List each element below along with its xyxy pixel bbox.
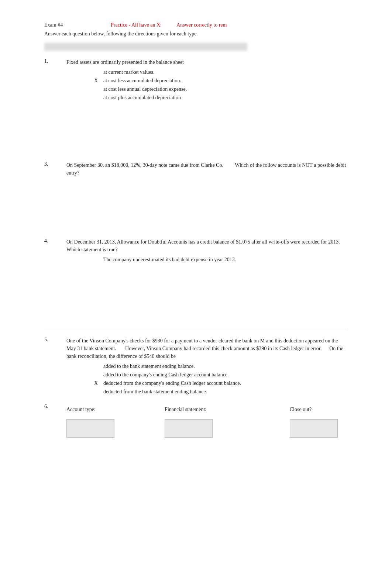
question-5: 5. One of the Vinson Company's checks fo…: [44, 337, 348, 396]
question-6: 6. Account type: Financial statement: Cl…: [44, 404, 348, 440]
choice-5a[interactable]: added to the bank statement ending balan…: [89, 362, 348, 370]
choice-1d[interactable]: at cost plus accumulated depreciation: [89, 94, 348, 101]
choice-4a-text: The company underestimated its bad debt …: [103, 256, 236, 263]
choice-1c[interactable]: at cost less annual depreciation expense…: [89, 85, 348, 93]
choice-5c[interactable]: X deducted from the company's ending Cas…: [89, 379, 348, 387]
exam-title: Exam #4: [44, 22, 111, 28]
question-1: 1. Fixed assets are ordinarily presented…: [44, 58, 348, 102]
choice-1b[interactable]: X at cost less accumulated depreciation.: [89, 77, 348, 84]
q3-blank-space: [66, 179, 348, 208]
q6-header-row: Account type: Financial statement: Close…: [66, 407, 348, 414]
choice-4a[interactable]: The company underestimated its bad debt …: [89, 256, 348, 263]
q6-close-box[interactable]: [290, 419, 338, 438]
practice-label[interactable]: Practice - All have an X:: [111, 22, 162, 28]
spacer-1-2: [44, 102, 348, 132]
choice-1b-marker: X: [89, 77, 103, 84]
choice-5d-text: deducted from the bank statement ending …: [103, 388, 207, 396]
choice-5b-text: added to the company's ending Cash ledge…: [103, 371, 229, 379]
choice-1b-text: at cost less accumulated depreciation.: [103, 77, 181, 84]
q6-account-box[interactable]: [66, 419, 114, 438]
q6-cell-1c: [290, 414, 348, 418]
blurred-content-line: [44, 43, 247, 51]
question-5-choices: added to the bank statement ending balan…: [89, 362, 348, 396]
choice-5c-text: deducted from the company's ending Cash …: [103, 379, 241, 387]
choice-5c-marker: X: [89, 379, 103, 387]
question-3-text: On September 30, an $18,000, 12%, 30-day…: [66, 161, 348, 177]
q4-blank-space: [66, 264, 348, 294]
choice-5a-text: added to the bank statement ending balan…: [103, 362, 195, 370]
instructions: Answer each question below, following th…: [44, 31, 348, 37]
question-number-5: 5.: [44, 337, 66, 396]
q6-row-2: [66, 418, 348, 440]
question-1-text: Fixed assets are ordinarily presented in…: [66, 58, 348, 66]
choice-1d-text: at cost plus accumulated depreciation: [103, 94, 181, 101]
question-4-body: On December 31, 2013, Allowance for Doub…: [66, 238, 348, 323]
q3-blank-space2: [66, 208, 348, 238]
header-row: Exam #4 Practice - All have an X: Answer…: [44, 22, 348, 28]
q6-cell-1a: [66, 414, 165, 418]
question-number-4: 4.: [44, 238, 66, 323]
answer-label[interactable]: Answer correctly to rem: [176, 22, 227, 28]
q6-header-account: Account type:: [66, 407, 165, 414]
question-3: 3. On September 30, an $18,000, 12%, 30-…: [44, 161, 348, 238]
question-3-body: On September 30, an $18,000, 12%, 30-day…: [66, 161, 348, 238]
q4-blank-space2: [66, 294, 348, 323]
q6-financial-box[interactable]: [165, 419, 213, 438]
question-number-6: 6.: [44, 404, 66, 440]
q6-input-close[interactable]: [290, 418, 348, 440]
question-6-table: Account type: Financial statement: Close…: [66, 407, 348, 440]
q6-input-account[interactable]: [66, 418, 165, 440]
q6-header-financial: Financial statement:: [165, 407, 290, 414]
question-5-body: One of the Vinson Company's checks for $…: [66, 337, 348, 396]
choice-1a[interactable]: at current market values.: [89, 68, 348, 76]
choice-5d[interactable]: deducted from the bank statement ending …: [89, 388, 348, 396]
spacer-1-2b: [44, 132, 348, 161]
question-number-1: 1.: [44, 58, 66, 102]
question-4-text: On December 31, 2013, Allowance for Doub…: [66, 238, 348, 253]
q6-header-close: Close out?: [290, 407, 348, 414]
q6-cell-1b: [165, 414, 290, 418]
q6-input-financial[interactable]: [165, 418, 290, 440]
question-number-3: 3.: [44, 161, 66, 238]
spacer-5-6: [44, 396, 348, 404]
question-5-text: One of the Vinson Company's checks for $…: [66, 337, 348, 360]
choice-1c-text: at cost less annual depreciation expense…: [103, 85, 187, 93]
q6-row-1: [66, 414, 348, 418]
question-1-choices: at current market values. X at cost less…: [89, 68, 348, 101]
divider-4-5: [44, 330, 348, 330]
question-4-choices: The company underestimated its bad debt …: [89, 256, 348, 263]
question-6-body: Account type: Financial statement: Close…: [66, 404, 348, 440]
choice-1a-text: at current market values.: [103, 68, 154, 76]
choice-5b[interactable]: added to the company's ending Cash ledge…: [89, 371, 348, 379]
question-1-body: Fixed assets are ordinarily presented in…: [66, 58, 348, 102]
question-4: 4. On December 31, 2013, Allowance for D…: [44, 238, 348, 323]
